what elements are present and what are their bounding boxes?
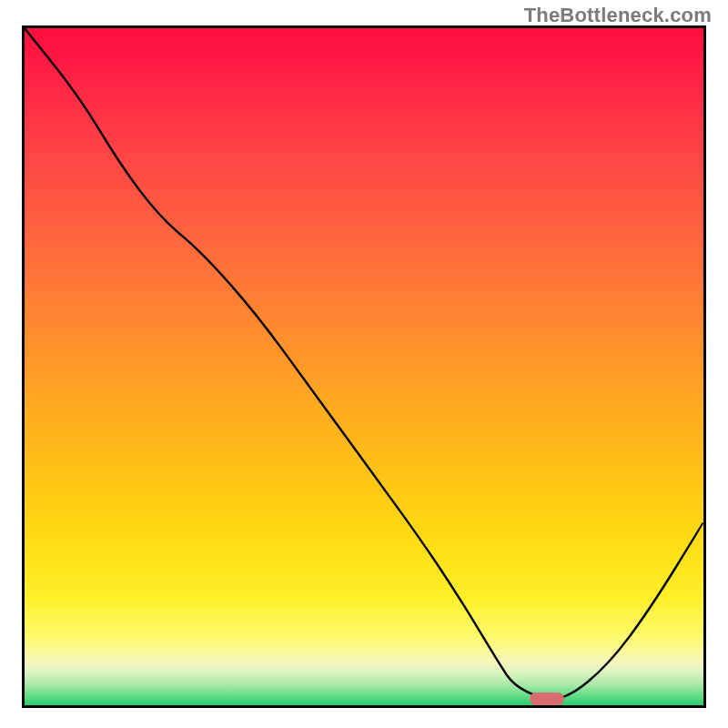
watermark-text: TheBottleneck.com (524, 4, 712, 27)
curve-layer (25, 28, 703, 705)
optimal-marker (530, 693, 564, 705)
bottleneck-curve-path (25, 28, 703, 699)
chart-root: TheBottleneck.com (0, 0, 728, 728)
plot-frame (22, 25, 706, 708)
